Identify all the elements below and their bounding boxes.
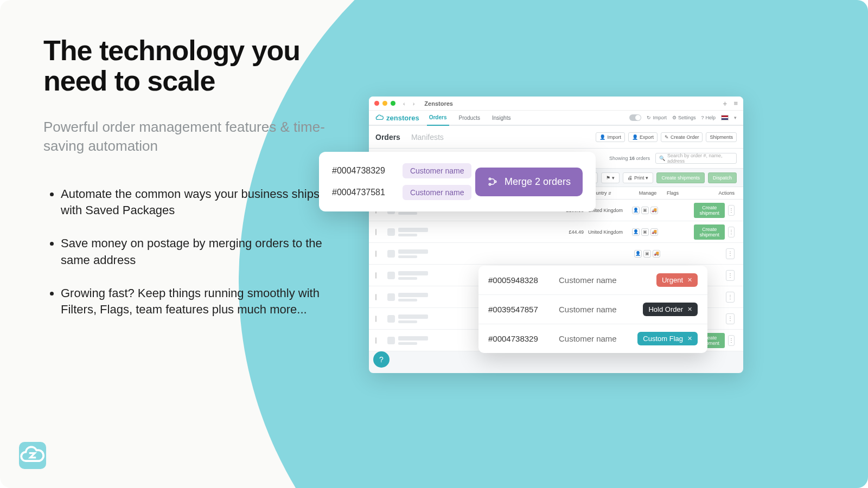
create-shipment-button[interactable]: Create shipment [694,203,725,218]
nav-fwd-icon[interactable]: › [413,100,415,107]
flag-order-id: #0005948328 [488,275,559,285]
flag-button[interactable]: ⚑ ▾ [601,172,620,183]
nav-back-icon[interactable]: ‹ [403,100,405,107]
row-checkbox[interactable] [375,272,376,279]
chevron-down-icon[interactable]: ▾ [734,115,737,120]
brand-badge [19,442,46,469]
topbar-help[interactable]: ? Help [701,115,716,120]
hero-bullet: Save money on postage by merging orders … [61,235,326,269]
svg-point-2 [494,181,496,182]
locale-flag-icon[interactable] [721,115,729,120]
flag-customer-name: Customer name [559,275,656,285]
svg-point-1 [489,183,490,185]
row-actions-button[interactable]: ⋮ [726,248,735,259]
hero-bullet: Growing fast? Keep things running smooth… [61,285,326,319]
import-button[interactable]: 👤 Import [596,132,625,142]
close-icon[interactable]: ✕ [687,335,692,342]
box-icon[interactable]: ▣ [643,250,651,258]
search-icon: 🔍 [659,156,665,161]
box-icon[interactable]: ▣ [641,207,649,214]
shipments-button[interactable]: Shipments [706,132,737,142]
row-actions-button[interactable]: ⋮ [728,227,735,237]
close-icon[interactable]: ✕ [687,306,692,313]
hero-bullets: Automate the common ways your business s… [43,186,326,319]
merge-icon [487,176,498,187]
search-input[interactable]: 🔍 Search by order #, name, address [655,153,737,164]
row-actions-button[interactable]: ⋮ [726,292,735,303]
table-row: £44.49 United Kingdom 👤▣🚚 Create shipmen… [369,221,743,243]
flag-tag-custom[interactable]: Custom Flag✕ [637,332,698,345]
row-checkbox[interactable] [375,337,376,344]
row-actions-button[interactable]: ⋮ [728,205,735,216]
search-placeholder: Search by order #, name, address [667,153,733,164]
flag-tag-urgent[interactable]: Urgent✕ [656,273,698,287]
create-shipment-button[interactable]: Create shipment [694,224,725,240]
titlebar: ‹ › Zenstores + ≡ [369,97,743,111]
hero-subtitle: Powerful order management features & tim… [43,118,326,156]
row-actions-button[interactable]: ⋮ [726,313,735,324]
help-fab[interactable]: ? [373,351,390,368]
row-checkbox[interactable] [375,251,376,257]
merge-order-id: #0004738329 [332,166,385,176]
user-icon[interactable]: 👤 [632,207,640,214]
truck-icon[interactable]: 🚚 [650,228,658,236]
nav-insights[interactable]: Insights [490,111,513,125]
print-button[interactable]: 🖨 Print ▾ [623,172,654,183]
cloud-z-icon [375,114,384,121]
sub-header: Orders Manifests 👤 Import 👤 Export ✎ Cre… [369,126,743,149]
maximize-dot[interactable] [391,101,395,106]
row-actions-button[interactable]: ⋮ [728,335,735,346]
row-checkbox[interactable] [375,294,376,300]
menu-icon[interactable]: ≡ [733,99,738,107]
flag-row: #0039547857 Customer name Hold Order✕ [478,295,707,324]
topbar-import[interactable]: ↻ Import [647,115,667,120]
table-row: 👤▣🚚 ⋮ [369,243,743,265]
truck-icon[interactable]: 🚚 [650,207,658,214]
flag-customer-name: Customer name [559,305,643,314]
flags-popup: #0005948328 Customer name Urgent✕ #00395… [478,266,707,353]
flag-row: #0005948328 Customer name Urgent✕ [478,266,707,295]
flag-customer-name: Customer name [559,334,637,343]
brand-logo[interactable]: zenstores [375,114,419,122]
flag-order-id: #0004738329 [488,334,559,343]
user-icon[interactable]: 👤 [632,228,640,236]
flag-row: #0004738329 Customer name Custom Flag✕ [478,324,707,353]
nav-products[interactable]: Products [457,111,482,125]
flag-tag-hold[interactable]: Hold Order✕ [643,303,698,316]
dark-mode-toggle[interactable] [629,114,641,121]
merge-customer-pill: Customer name [403,163,472,178]
truck-icon[interactable]: 🚚 [653,250,660,258]
brand-text: zenstores [386,114,419,122]
nav-orders[interactable]: Orders [427,110,449,126]
box-icon[interactable]: ▣ [641,228,649,236]
create-order-button[interactable]: ✎ Create Order [661,132,703,142]
hero-title: The technology you need to scale [43,35,326,96]
topbar-settings[interactable]: ⚙ Settings [672,115,696,120]
subtab-orders[interactable]: Orders [375,133,400,142]
subtab-manifests[interactable]: Manifests [411,133,444,142]
export-button[interactable]: 👤 Export [628,132,658,142]
minimize-dot[interactable] [382,101,387,106]
window-title: Zenstores [424,100,453,107]
merge-popup: #0004738329 Customer name #0004737581 Cu… [319,152,596,211]
row-checkbox[interactable] [375,316,376,322]
merge-orders-button[interactable]: Merge 2 orders [475,168,583,196]
flag-order-id: #0039547857 [488,305,559,314]
close-icon[interactable]: ✕ [687,277,692,284]
create-shipments-button[interactable]: Create shipments [656,172,705,183]
row-checkbox[interactable] [375,229,376,235]
merge-order-id: #0004737581 [332,188,385,197]
close-dot[interactable] [374,101,379,106]
new-tab-icon[interactable]: + [723,99,727,108]
top-nav: zenstores Orders Products Insights ↻ Imp… [369,111,743,126]
cloud-z-icon [19,445,46,466]
merge-customer-pill: Customer name [403,185,472,200]
row-actions-button[interactable]: ⋮ [726,270,735,281]
showing-count: Showing 16 orders [609,156,650,161]
svg-point-0 [489,178,490,179]
hero-bullet: Automate the common ways your business s… [61,186,326,220]
dispatch-button[interactable]: Dispatch [708,172,737,183]
user-icon[interactable]: 👤 [634,250,642,258]
